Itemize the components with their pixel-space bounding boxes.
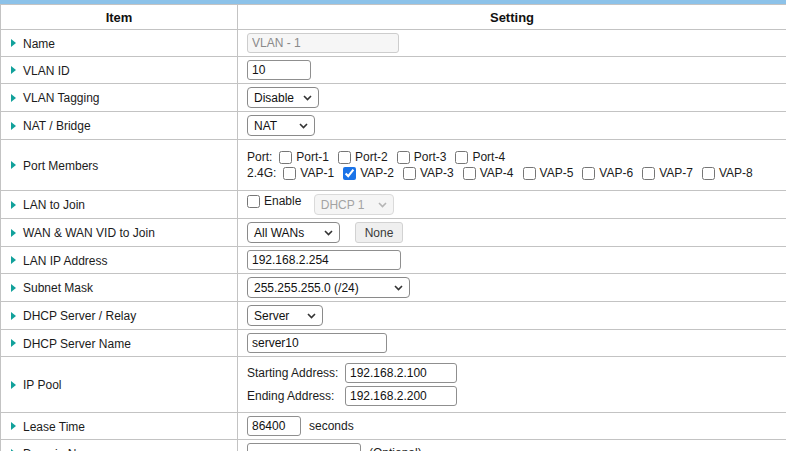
vlan-tagging-select[interactable]: Disable [247, 87, 319, 108]
checkbox-vap-5[interactable]: VAP-5 [523, 166, 574, 180]
item-bullet-icon [11, 122, 16, 130]
vlan-id-label: VLAN ID [23, 63, 70, 77]
dhcp-server-name-label: DHCP Server Name [23, 336, 131, 350]
table-row-nat-bridge: NAT / Bridge NAT [1, 112, 786, 140]
item-bullet-icon [11, 284, 16, 292]
lease-time-input[interactable] [247, 416, 301, 436]
item-bullet-icon [11, 161, 16, 169]
dhcp-mode-label: DHCP Server / Relay [23, 309, 136, 323]
table-row-vlan-id: VLAN ID [1, 57, 786, 84]
lan-join-dhcp-select[interactable]: DHCP 1 [314, 194, 394, 215]
lan-ip-label: LAN IP Address [23, 253, 108, 267]
vap-5-checkbox[interactable] [523, 167, 536, 180]
table-row-vlan-tagging: VLAN Tagging Disable [1, 84, 786, 112]
table-row-name: Name [1, 30, 786, 57]
vlan-id-input[interactable] [247, 60, 311, 80]
chevron-down-icon [303, 95, 312, 101]
lan-to-join-label: LAN to Join [23, 198, 85, 212]
name-label: Name [23, 36, 55, 50]
checkbox-port-3[interactable]: Port-3 [397, 150, 447, 164]
wan-select[interactable]: All WANs [247, 222, 340, 243]
checkbox-vap-4[interactable]: VAP-4 [463, 166, 514, 180]
column-header-setting: Setting [238, 5, 786, 30]
item-bullet-icon [11, 256, 16, 264]
port-1-checkbox[interactable] [279, 151, 292, 164]
checkbox-vap-2[interactable]: VAP-2 [343, 166, 394, 180]
lease-time-label: Lease Time [23, 419, 85, 433]
lease-time-unit-label: seconds [309, 419, 354, 433]
domain-name-label: Domain Name [23, 446, 100, 451]
table-row-dhcp-server-name: DHCP Server Name [1, 330, 786, 357]
starting-address-input[interactable] [345, 363, 457, 383]
ip-pool-label: IP Pool [23, 378, 61, 392]
wan-selected-value: All WANs [254, 226, 304, 240]
item-bullet-icon [11, 381, 16, 389]
vap-4-checkbox[interactable] [463, 167, 476, 180]
table-row-ip-pool: IP Pool Starting Address: Ending Address… [1, 357, 786, 413]
band-prefix-label: 2.4G: [247, 166, 276, 180]
item-bullet-icon [11, 201, 16, 209]
subnet-mask-label: Subnet Mask [23, 281, 93, 295]
ending-address-input[interactable] [345, 386, 457, 406]
table-row-lease-time: Lease Time seconds [1, 413, 786, 440]
wan-none-button[interactable]: None [355, 222, 404, 243]
vap-6-checkbox[interactable] [582, 167, 595, 180]
table-row-domain-name: Domain Name (Optional) [1, 440, 786, 451]
vap-8-checkbox[interactable] [702, 167, 715, 180]
domain-name-input[interactable] [247, 443, 361, 451]
vlan-tagging-label: VLAN Tagging [23, 91, 100, 105]
checkbox-vap-8[interactable]: VAP-8 [702, 166, 753, 180]
vap-2-checkbox[interactable] [343, 167, 356, 180]
subnet-mask-selected-value: 255.255.255.0 (/24) [254, 281, 359, 295]
dhcp-mode-selected-value: Server [254, 309, 289, 323]
chevron-down-icon [324, 230, 333, 236]
chevron-down-icon [299, 123, 308, 129]
wifi-vaps-line: 2.4G: VAP-1 VAP-2 VAP-3 VAP-4 VAP-5 VAP-… [247, 166, 780, 180]
checkbox-vap-1[interactable]: VAP-1 [283, 166, 334, 180]
checkbox-vap-3[interactable]: VAP-3 [403, 166, 454, 180]
table-row-lan-ip: LAN IP Address [1, 247, 786, 274]
vap-3-checkbox[interactable] [403, 167, 416, 180]
item-bullet-icon [11, 339, 16, 347]
ip-pool-ending-line: Ending Address: [247, 386, 780, 406]
item-bullet-icon [11, 66, 16, 74]
port-prefix-label: Port: [247, 150, 272, 164]
nat-bridge-label: NAT / Bridge [23, 119, 91, 133]
lan-join-enable-checkbox[interactable] [247, 195, 260, 208]
vap-7-checkbox[interactable] [642, 167, 655, 180]
column-header-item: Item [1, 5, 238, 30]
port-2-checkbox[interactable] [338, 151, 351, 164]
lan-join-dhcp-selected-value: DHCP 1 [321, 198, 365, 212]
subnet-mask-select[interactable]: 255.255.255.0 (/24) [247, 277, 410, 298]
ip-pool-starting-line: Starting Address: [247, 363, 780, 383]
item-bullet-icon [11, 229, 16, 237]
item-bullet-icon [11, 94, 16, 102]
table-row-wan-to-join: WAN & WAN VID to Join All WANs None [1, 219, 786, 247]
port-4-checkbox[interactable] [455, 151, 468, 164]
lan-join-enable[interactable]: Enable [247, 194, 301, 208]
checkbox-port-2[interactable]: Port-2 [338, 150, 388, 164]
vap-1-checkbox[interactable] [283, 167, 296, 180]
starting-address-label: Starting Address: [247, 366, 345, 380]
vlan-tagging-selected-value: Disable [254, 91, 294, 105]
checkbox-port-1[interactable]: Port-1 [279, 150, 329, 164]
item-bullet-icon [11, 312, 16, 320]
checkbox-vap-6[interactable]: VAP-6 [582, 166, 633, 180]
table-row-dhcp-mode: DHCP Server / Relay Server [1, 302, 786, 330]
checkbox-vap-7[interactable]: VAP-7 [642, 166, 693, 180]
dhcp-server-name-input[interactable] [247, 333, 387, 353]
item-bullet-icon [11, 422, 16, 430]
dhcp-mode-select[interactable]: Server [247, 305, 323, 326]
wired-ports-line: Port: Port-1 Port-2 Port-3 Port-4 [247, 150, 780, 164]
chevron-down-icon [394, 285, 403, 291]
port-3-checkbox[interactable] [397, 151, 410, 164]
wan-to-join-label: WAN & WAN VID to Join [23, 226, 155, 240]
lan-ip-input[interactable] [247, 250, 401, 270]
checkbox-port-4[interactable]: Port-4 [455, 150, 505, 164]
table-row-lan-to-join: LAN to Join Enable DHCP 1 [1, 191, 786, 219]
item-bullet-icon [11, 39, 16, 47]
table-row-port-members: Port Members Port: Port-1 Port-2 Port-3 … [1, 140, 786, 191]
table-header-row: Item Setting [1, 5, 786, 30]
nat-bridge-select[interactable]: NAT [247, 115, 315, 136]
vlan-name-input[interactable] [247, 33, 399, 53]
